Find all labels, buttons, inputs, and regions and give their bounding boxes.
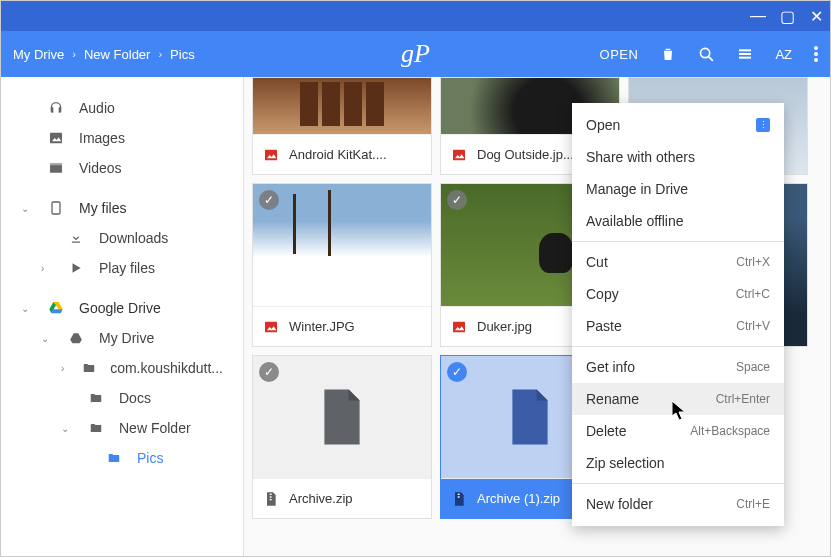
folder-icon xyxy=(105,451,123,465)
file-card[interactable]: ✓ Winter.JPG xyxy=(252,183,432,347)
sidebar-item-label: Images xyxy=(79,130,125,146)
google-drive-icon xyxy=(47,300,65,316)
minimize-button[interactable]: — xyxy=(750,7,762,25)
thumbnail xyxy=(253,78,431,134)
open-button[interactable]: OPEN xyxy=(600,47,639,62)
menu-item-label: Cut xyxy=(586,254,608,270)
svg-rect-2 xyxy=(739,49,751,51)
menu-separator xyxy=(572,241,784,242)
file-caption: Archive.zip xyxy=(253,478,431,518)
sort-az-icon[interactable]: AZ xyxy=(775,47,792,62)
image-icon xyxy=(47,130,65,146)
video-icon xyxy=(47,160,65,176)
menu-item-available-offline[interactable]: Available offline xyxy=(572,205,784,237)
sidebar-item-play-files[interactable]: › Play files xyxy=(1,253,243,283)
svg-rect-18 xyxy=(265,149,277,160)
app-logo: gP xyxy=(401,39,430,69)
sidebar-item-pics[interactable]: Pics xyxy=(1,443,243,473)
app-icon: ⋮ xyxy=(756,118,770,132)
titlebar: — ▢ ✕ xyxy=(1,1,830,31)
file-card[interactable]: Android KitKat.... xyxy=(252,77,432,175)
svg-point-6 xyxy=(814,52,818,56)
sidebar-item-label: My files xyxy=(79,200,126,216)
svg-rect-30 xyxy=(458,496,460,497)
app-window: { "titlebar": { "min": "—", "max": "▢", … xyxy=(0,0,831,557)
zip-file-icon xyxy=(451,491,467,507)
breadcrumb-new-folder[interactable]: New Folder xyxy=(84,47,150,62)
play-icon xyxy=(67,261,85,275)
menu-item-share[interactable]: Share with others xyxy=(572,141,784,173)
toolbar: My Drive › New Folder › Pics gP OPEN AZ xyxy=(1,31,830,77)
sidebar-item-label: Downloads xyxy=(99,230,168,246)
sidebar-item-google-drive[interactable]: ⌄ Google Drive xyxy=(1,293,243,323)
svg-rect-28 xyxy=(270,499,272,500)
menu-item-get-info[interactable]: Get infoSpace xyxy=(572,351,784,383)
maximize-button[interactable]: ▢ xyxy=(780,7,792,26)
menu-item-label: Zip selection xyxy=(586,455,665,471)
breadcrumb-my-drive[interactable]: My Drive xyxy=(13,47,64,62)
menu-item-paste[interactable]: PasteCtrl+V xyxy=(572,310,784,342)
menu-item-manage-drive[interactable]: Manage in Drive xyxy=(572,173,784,205)
menu-item-copy[interactable]: CopyCtrl+C xyxy=(572,278,784,310)
menu-item-label: Open xyxy=(586,117,620,133)
svg-rect-20 xyxy=(453,149,465,160)
sidebar-item-label: Docs xyxy=(119,390,151,406)
zip-file-icon xyxy=(263,491,279,507)
mouse-cursor-icon xyxy=(672,401,688,421)
sidebar-item-new-folder[interactable]: ⌄ New Folder xyxy=(1,413,243,443)
menu-item-label: Get info xyxy=(586,359,635,375)
device-icon xyxy=(47,200,65,216)
view-list-icon[interactable] xyxy=(737,46,753,62)
breadcrumb-pics[interactable]: Pics xyxy=(170,47,195,62)
menu-shortcut: Ctrl+V xyxy=(736,319,770,333)
file-name: Dog Outside.jp... xyxy=(477,147,574,162)
check-icon: ✓ xyxy=(447,362,467,382)
sidebar-item-docs[interactable]: Docs xyxy=(1,383,243,413)
svg-rect-8 xyxy=(50,133,62,144)
search-icon[interactable] xyxy=(698,46,715,63)
menu-separator xyxy=(572,346,784,347)
svg-rect-24 xyxy=(453,321,465,332)
sidebar-item-my-drive[interactable]: ⌄ My Drive xyxy=(1,323,243,353)
check-icon: ✓ xyxy=(259,190,279,210)
delete-icon[interactable] xyxy=(660,46,676,62)
file-caption: Winter.JPG xyxy=(253,306,431,346)
folder-icon xyxy=(87,421,105,435)
chevron-right-icon: › xyxy=(41,263,51,274)
check-icon: ✓ xyxy=(447,190,467,210)
svg-marker-13 xyxy=(73,263,81,272)
chevron-down-icon: ⌄ xyxy=(21,203,31,214)
svg-point-0 xyxy=(701,48,710,57)
close-button[interactable]: ✕ xyxy=(810,7,822,26)
sidebar-item-com-koushikdutt[interactable]: › com.koushikdutt... xyxy=(1,353,243,383)
menu-item-zip-selection[interactable]: Zip selection xyxy=(572,447,784,479)
file-caption: Android KitKat.... xyxy=(253,134,431,174)
svg-rect-4 xyxy=(739,57,751,59)
sidebar-item-my-files[interactable]: ⌄ My files xyxy=(1,193,243,223)
chevron-right-icon: › xyxy=(72,48,76,60)
menu-shortcut: Ctrl+C xyxy=(736,287,770,301)
menu-shortcut: Ctrl+Enter xyxy=(716,392,770,406)
menu-item-label: Rename xyxy=(586,391,639,407)
sidebar-item-downloads[interactable]: Downloads xyxy=(1,223,243,253)
drive-icon xyxy=(67,331,85,345)
chevron-down-icon: ⌄ xyxy=(61,423,71,434)
menu-item-label: Manage in Drive xyxy=(586,181,688,197)
menu-item-open[interactable]: Open ⋮ xyxy=(572,109,784,141)
image-file-icon xyxy=(263,319,279,335)
menu-separator xyxy=(572,483,784,484)
menu-item-cut[interactable]: CutCtrl+X xyxy=(572,246,784,278)
thumbnail: ✓ xyxy=(253,356,431,478)
folder-icon xyxy=(82,361,96,375)
sidebar-item-audio[interactable]: Audio xyxy=(1,93,243,123)
sidebar-item-videos[interactable]: Videos xyxy=(1,153,243,183)
file-name: Winter.JPG xyxy=(289,319,355,334)
menu-item-new-folder[interactable]: New folderCtrl+E xyxy=(572,488,784,520)
more-vert-icon[interactable] xyxy=(814,46,818,62)
sidebar-item-images[interactable]: Images xyxy=(1,123,243,153)
sidebar-item-label: Play files xyxy=(99,260,155,276)
file-icon xyxy=(320,389,364,445)
download-icon xyxy=(67,231,85,245)
file-card[interactable]: ✓ Archive.zip xyxy=(252,355,432,519)
svg-rect-22 xyxy=(265,321,277,332)
